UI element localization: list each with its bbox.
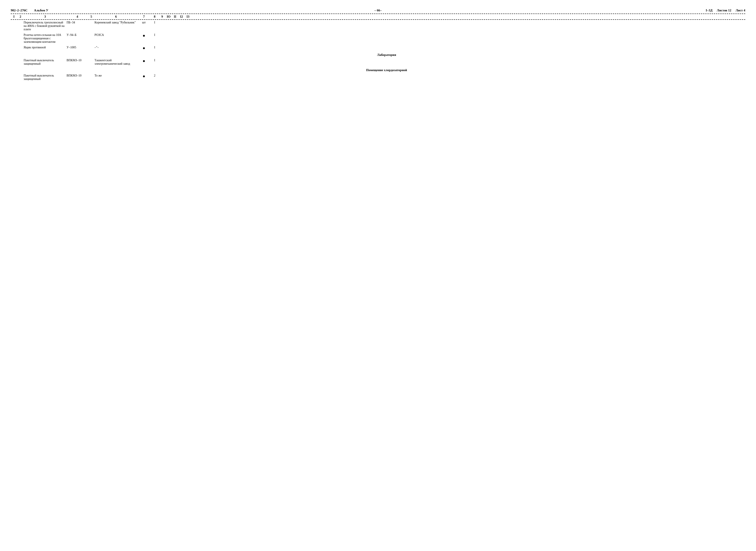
album-label: Альбом У: [34, 9, 48, 12]
column-headers: I 2 3 4 5 6 7 8 9 IO II I2 I3: [11, 14, 745, 20]
cell-r3-c4: У–1005: [67, 46, 88, 49]
cell-r5-c4: ВПКМЗ–10: [67, 74, 88, 77]
doc-number: 902–2–276C: [11, 9, 27, 12]
table-row: Розетка штеп-сельная на 10А брызгозащище…: [11, 32, 745, 45]
cell-r1-c7: шт: [137, 21, 150, 24]
col-header-12: I2: [178, 15, 185, 18]
col-header-1: I: [11, 15, 17, 18]
header: 902–2–276C Альбом У – 66– I–3Д Листов 12…: [11, 9, 745, 12]
table-row: Ящик протяжной У–1005 –"– ● I: [11, 45, 745, 51]
cell-r2-c3: Розетка штеп-сельная на 10А брызгозащище…: [24, 33, 67, 44]
col-header-8: 8: [150, 15, 159, 18]
col-header-11: II: [172, 15, 178, 18]
cell-r2-c4: У–94–Б: [67, 33, 88, 37]
series-label: I–3Д: [706, 9, 712, 12]
table-body: Переключатель трехполюсный на 400А с бок…: [11, 20, 745, 82]
cell-r4-c6: Ташкентский электромеханический завод: [95, 59, 137, 66]
col-header-6: 6: [95, 15, 137, 18]
col-header-10: IO: [165, 15, 172, 18]
col-header-13: I3: [185, 15, 191, 18]
cell-r5-c8: 2: [150, 74, 159, 77]
cell-r3-c8: I: [150, 46, 159, 49]
page-center: – 66–: [374, 9, 382, 12]
cell-r3-c7: ●: [137, 46, 150, 50]
cell-r4-c4: ВПКМЗ–10: [67, 59, 88, 62]
sheets-label: Листов 12: [717, 9, 731, 12]
header-right: I–3Д Листов 12 Лист 4: [689, 9, 745, 12]
cell-r1-c4: ПБ–34: [67, 21, 88, 24]
cell-r2-c7: ●: [137, 33, 150, 38]
cell-r2-c8: I: [150, 33, 159, 37]
col-header-2: 2: [17, 15, 24, 18]
cell-r5-c7: ●: [137, 74, 150, 78]
cell-r1-c6: Кореневский завод "Рубильник": [95, 21, 137, 24]
col-header-9: 9: [159, 15, 165, 18]
cell-r4-c3: Пакетный выключатель защищенный: [24, 59, 67, 66]
cell-r4-c7: ●: [137, 59, 150, 63]
header-center: – 66–: [67, 9, 689, 12]
cell-r3-c6: –"–: [95, 46, 137, 49]
col-header-3: 3: [24, 15, 67, 18]
section-label-laboratoriya: Лаборатория: [24, 53, 745, 57]
cell-r5-c3: Пакетный выключатель защищенный: [24, 74, 67, 81]
cell-r5-c6: То же: [95, 74, 137, 77]
col-header-4: 4: [67, 15, 88, 18]
col-header-5: 5: [88, 15, 95, 18]
section-laboratoriya: Лаборатория: [11, 51, 745, 58]
cell-r1-c3: Переключатель трехполюсный на 400А с бок…: [24, 21, 67, 31]
section-label-hlordo: Помещение хлордозаторной: [24, 68, 745, 72]
table-row: Переключатель трехполюсный на 400А с бок…: [11, 20, 745, 32]
table-row: Пакетный выключатель защищенный ВПКМЗ–10…: [11, 73, 745, 82]
col-header-7: 7: [137, 15, 150, 18]
table-row: Пакетный выключатель защищенный ВПКМЗ–10…: [11, 58, 745, 67]
cell-r2-c6: РОЗСА: [95, 33, 137, 37]
header-left: 902–2–276C Альбом У: [11, 9, 67, 12]
cell-r3-c3: Ящик протяжной: [24, 46, 67, 49]
section-hlordo: Помещение хлордозаторной: [11, 67, 745, 73]
sheet-label: Лист 4: [736, 9, 745, 12]
cell-r1-c8: I: [150, 21, 159, 24]
cell-r4-c8: I: [150, 59, 159, 62]
